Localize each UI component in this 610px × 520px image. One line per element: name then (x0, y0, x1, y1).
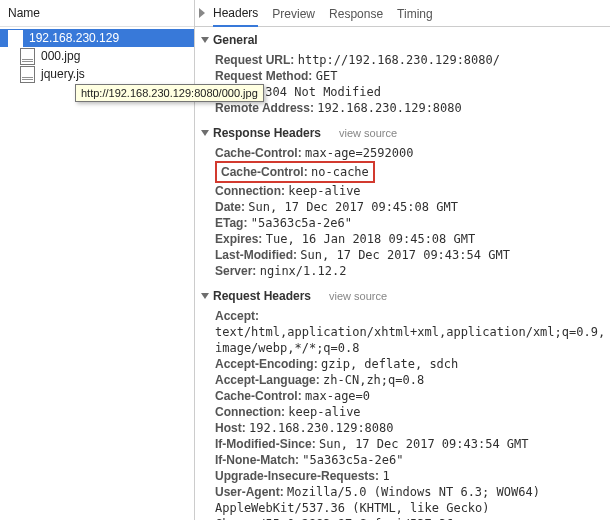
url-tooltip: http://192.168.230.129:8080/000.jpg (75, 84, 264, 102)
kv-accept: Accept: text/html,application/xhtml+xml,… (201, 308, 606, 356)
kv-last-modified: Last-Modified: Sun, 17 Dec 2017 09:43:54… (201, 247, 606, 263)
document-icon (8, 30, 23, 47)
document-icon (20, 48, 35, 65)
section-label: Response Headers (213, 126, 321, 140)
kv-connection: Connection: keep-alive (201, 183, 606, 199)
file-row[interactable]: 000.jpg (0, 47, 194, 65)
disclosure-triangle-icon (201, 293, 209, 299)
kv-server: Server: nginx/1.12.2 (201, 263, 606, 279)
kv-request-url: Request URL: http://192.168.230.129:8080… (201, 52, 606, 68)
kv-accept-encoding: Accept-Encoding: gzip, deflate, sdch (201, 356, 606, 372)
file-list: 192.168.230.129 000.jpg jquery.js (0, 27, 194, 83)
file-row[interactable]: 192.168.230.129 (0, 29, 194, 47)
kv-etag: ETag: "5a363c5a-2e6" (201, 215, 606, 231)
kv-cache-control: Cache-Control: max-age=2592000 (201, 145, 606, 161)
kv-expires: Expires: Tue, 16 Jan 2018 09:45:08 GMT (201, 231, 606, 247)
section-title-request-headers[interactable]: Request Headers view source (201, 289, 606, 303)
section-request-headers: Request Headers view source Accept: text… (201, 289, 606, 520)
disclosure-triangle-icon (201, 130, 209, 136)
kv-connection: Connection: keep-alive (201, 404, 606, 420)
kv-upgrade-insecure-requests: Upgrade-Insecure-Requests: 1 (201, 468, 606, 484)
name-panel: Name 192.168.230.129 000.jpg jquery.js h… (0, 0, 195, 520)
kv-cache-control-highlight: Cache-Control: no-cache (201, 161, 606, 183)
section-response-headers: Response Headers view source Cache-Contr… (201, 126, 606, 279)
section-title-general[interactable]: General (201, 33, 606, 47)
kv-date: Date: Sun, 17 Dec 2017 09:45:08 GMT (201, 199, 606, 215)
file-name: 192.168.230.129 (29, 31, 119, 45)
tab-headers[interactable]: Headers (213, 0, 258, 27)
kv-if-none-match: If-None-Match: "5a363c5a-2e6" (201, 452, 606, 468)
tab-preview[interactable]: Preview (272, 1, 315, 26)
section-label: Request Headers (213, 289, 311, 303)
file-name: jquery.js (41, 67, 85, 81)
view-source-link[interactable]: view source (329, 290, 387, 302)
detail-tabs: Headers Preview Response Timing (195, 0, 610, 27)
chevron-right-icon (199, 8, 205, 18)
section-title-response-headers[interactable]: Response Headers view source (201, 126, 606, 140)
section-general: General Request URL: http://192.168.230.… (201, 33, 606, 116)
kv-remote-address: Remote Address: 192.168.230.129:8080 (201, 100, 606, 116)
kv-if-modified-since: If-Modified-Since: Sun, 17 Dec 2017 09:4… (201, 436, 606, 452)
view-source-link[interactable]: view source (339, 127, 397, 139)
tab-timing[interactable]: Timing (397, 1, 433, 26)
details-panel: Headers Preview Response Timing General … (195, 0, 610, 520)
document-icon (20, 66, 35, 83)
disclosure-triangle-icon (201, 37, 209, 43)
devtools-network-panel: Name 192.168.230.129 000.jpg jquery.js h… (0, 0, 610, 520)
kv-host: Host: 192.168.230.129:8080 (201, 420, 606, 436)
kv-cache-control: Cache-Control: max-age=0 (201, 388, 606, 404)
tab-response[interactable]: Response (329, 1, 383, 26)
kv-request-method: Request Method: GET (201, 68, 606, 84)
file-name: 000.jpg (41, 49, 80, 63)
kv-accept-language: Accept-Language: zh-CN,zh;q=0.8 (201, 372, 606, 388)
section-label: General (213, 33, 258, 47)
name-column-header[interactable]: Name (0, 0, 194, 27)
kv-user-agent: User-Agent: Mozilla/5.0 (Windows NT 6.3;… (201, 484, 606, 520)
file-row[interactable]: jquery.js (0, 65, 194, 83)
